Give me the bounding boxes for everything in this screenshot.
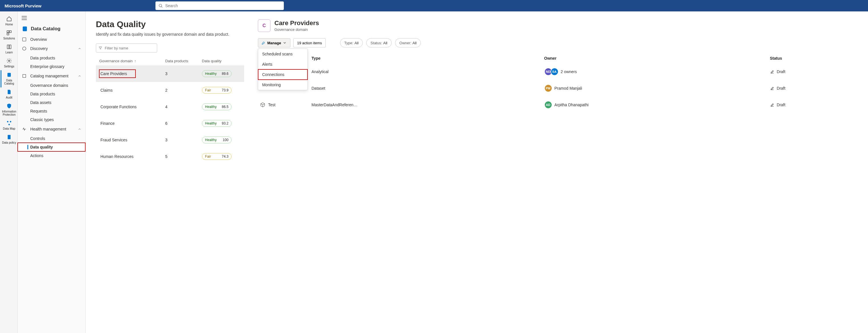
chevron-up-icon [78, 74, 81, 78]
table-row[interactable]: AnalyticalNDSA2 ownersDraft [258, 63, 860, 80]
domain-name: Care Providers [99, 70, 135, 78]
domain-name: Corporate Functions [99, 103, 145, 111]
draft-icon [770, 103, 774, 107]
draft-icon [770, 70, 774, 74]
table-row[interactable]: Corporate Functions4Healthy86.5 [96, 99, 244, 115]
table-row[interactable]: Human Resources5Fair74.3 [96, 148, 244, 165]
chip-status[interactable]: Status: All [366, 38, 392, 48]
nav-catalog-management[interactable]: Catalog management [18, 72, 85, 81]
dd-scheduled-scans[interactable]: Scheduled scans [258, 49, 308, 59]
nav-requests[interactable]: Requests [18, 107, 85, 115]
product-status: Draft [770, 86, 858, 90]
rail-data-policy[interactable]: Data policy [1, 133, 17, 146]
nav-controls[interactable]: Controls [18, 134, 85, 143]
search-wrap [155, 1, 284, 10]
chevron-up-icon [78, 47, 81, 50]
data-catalog-icon [22, 26, 28, 32]
rail-settings[interactable]: Settings [1, 56, 17, 70]
domain-products: 4 [162, 99, 199, 115]
dd-monitoring[interactable]: Monitoring [258, 80, 308, 90]
filter-wrap [96, 44, 157, 53]
nav-discovery-data-products[interactable]: Data products [18, 54, 85, 62]
rail-info-protection[interactable]: Information Protection [1, 102, 17, 118]
nav-health-management[interactable]: Health management [18, 124, 85, 134]
quality-pill: Fair73.9 [202, 87, 231, 94]
audit-icon [6, 89, 12, 95]
product-name: Test [260, 102, 307, 107]
hamburger-button[interactable] [18, 14, 85, 25]
domain-products: 2 [162, 82, 199, 99]
dd-alerts[interactable]: Alerts [258, 59, 308, 70]
table-row[interactable]: Care Providers3Healthy89.6 [96, 65, 244, 82]
product-status: Draft [770, 103, 858, 107]
rail-home[interactable]: Home [1, 14, 17, 28]
nav-discovery-enterprise-glossary[interactable]: Enterprise glossary [18, 62, 85, 71]
svg-rect-3 [9, 31, 11, 33]
domain-products: 3 [162, 132, 199, 148]
avatar: AD [544, 101, 552, 109]
nav-discovery[interactable]: Discovery [18, 44, 85, 53]
table-row[interactable]: Fraud Services3Healthy100 [96, 132, 244, 148]
sort-arrow-icon: ↑ [133, 59, 136, 63]
table-row[interactable]: TestMasterDataAndReferen…ADArpitha Dhana… [258, 96, 860, 113]
rail-data-map[interactable]: Data Map [1, 118, 17, 133]
svg-rect-13 [23, 27, 27, 31]
table-row[interactable]: Finance6Healthy93.2 [96, 115, 244, 132]
nav-data-products[interactable]: Data products [18, 90, 85, 98]
svg-point-9 [8, 124, 10, 126]
col-governance-domain[interactable]: Governance domain ↑ [96, 57, 162, 65]
left-rail: Home Solutions Learn Settings Data Catal… [0, 11, 18, 333]
wrench-icon [261, 41, 266, 45]
table-row[interactable]: DatasetPMPramod ManjaliDraft [258, 80, 860, 96]
cube-icon [260, 102, 265, 107]
manage-button[interactable]: Manage [258, 38, 290, 48]
search-input[interactable] [155, 1, 284, 10]
solutions-icon [6, 30, 12, 36]
page-title: Data Quality [96, 20, 244, 29]
rail-solutions[interactable]: Solutions [1, 28, 17, 42]
domain-initial-badge: C [258, 20, 271, 32]
filter-icon [98, 46, 102, 50]
data-policy-icon [6, 134, 12, 140]
svg-point-0 [159, 4, 162, 7]
domain-name: Finance [99, 119, 123, 128]
catalog-mgmt-icon [22, 74, 27, 78]
domain-products: 6 [162, 115, 199, 132]
catalog-title: Data Catalog [31, 26, 60, 32]
col-data-quality[interactable]: Data quality [199, 57, 244, 65]
rail-learn[interactable]: Learn [1, 42, 17, 56]
nav-actions[interactable]: Actions [18, 151, 85, 160]
col-status[interactable]: Status [768, 53, 860, 63]
nav-classic-types[interactable]: Classic types [18, 115, 85, 124]
col-data-products[interactable]: Data products [162, 57, 199, 65]
dd-connections[interactable]: Connections [258, 70, 308, 80]
svg-rect-4 [7, 33, 9, 35]
rail-data-catalog[interactable]: Data Catalog [1, 70, 17, 87]
chip-type[interactable]: Type: All [340, 38, 363, 48]
domain-name: Claims [99, 86, 121, 94]
data-product-table: Type Owner Status AnalyticalNDSA2 owners… [258, 53, 860, 113]
search-icon [158, 3, 163, 8]
nav-overview[interactable]: Overview [18, 35, 85, 44]
product-owners: NDSA2 owners [544, 68, 766, 76]
action-items-button[interactable]: 19 action items [293, 38, 326, 48]
col-type[interactable]: Type [309, 53, 542, 63]
rail-audit[interactable]: Audit [1, 87, 17, 102]
filter-input[interactable] [96, 44, 157, 53]
center-column: Data Quality Identify and fix data quali… [86, 11, 251, 333]
svg-point-5 [8, 60, 10, 62]
chip-owner[interactable]: Owner: All [395, 38, 421, 48]
nav-data-quality[interactable]: Data quality [18, 143, 85, 151]
table-row[interactable]: Claims2Fair73.9 [96, 82, 244, 99]
product-type: Dataset [309, 80, 542, 96]
health-icon [22, 127, 27, 131]
svg-rect-6 [7, 73, 11, 77]
catalog-header: Data Catalog [18, 25, 85, 35]
quality-pill: Healthy86.5 [202, 103, 231, 110]
gear-icon [6, 58, 12, 64]
nav-governance-domains[interactable]: Governance domains [18, 81, 85, 90]
domain-name: Fraud Services [99, 136, 136, 144]
col-owner[interactable]: Owner [542, 53, 768, 63]
draft-icon [770, 86, 774, 90]
nav-data-assets[interactable]: Data assets [18, 98, 85, 107]
